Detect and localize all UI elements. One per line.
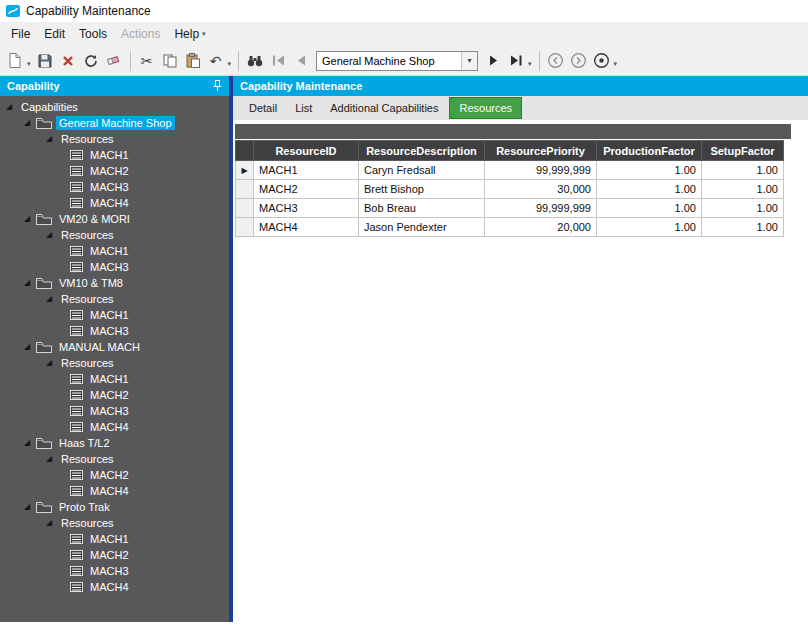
tree-node-resources[interactable]: ◢Resources (0, 515, 229, 531)
tree-node-machine[interactable]: MACH2 (0, 387, 229, 403)
grid-cell[interactable]: 1.00 (597, 180, 702, 199)
chevron-down-icon[interactable]: ▾ (614, 60, 618, 68)
menu-edit[interactable]: Edit (37, 24, 72, 44)
tab-detail[interactable]: Detail (242, 98, 284, 118)
tab-additional-capabilities[interactable]: Additional Capabilities (323, 98, 445, 118)
expander-icon[interactable]: ◢ (22, 279, 32, 287)
tree-node-machine[interactable]: MACH2 (0, 163, 229, 179)
grid-cell[interactable]: 30,000 (485, 180, 597, 199)
grid-cell[interactable]: 1.00 (702, 180, 784, 199)
chevron-down-icon[interactable]: ▾ (461, 52, 477, 70)
row-selector[interactable] (236, 180, 254, 199)
expander-icon[interactable]: ◢ (22, 439, 32, 447)
grid-cell[interactable]: 1.00 (597, 199, 702, 218)
tree-node-machine[interactable]: MACH3 (0, 403, 229, 419)
expander-icon[interactable]: ◢ (44, 135, 54, 143)
tree-node-machine[interactable]: MACH2 (0, 467, 229, 483)
back-button[interactable] (545, 49, 567, 73)
grid-cell[interactable]: MACH3 (254, 199, 359, 218)
grid-cell[interactable]: Jason Pendexter (359, 218, 485, 237)
next-record-button[interactable] (482, 49, 504, 73)
menu-help[interactable]: Help▾ (167, 24, 212, 44)
tree-node-machine[interactable]: MACH4 (0, 419, 229, 435)
tree-node-machine[interactable]: MACH3 (0, 563, 229, 579)
grid-cell[interactable]: Bob Breau (359, 199, 485, 218)
chevron-down-icon[interactable]: ▾ (228, 60, 232, 68)
tree-node-machine[interactable]: MACH1 (0, 307, 229, 323)
expander-icon[interactable]: ◢ (22, 215, 32, 223)
tree-node-machine[interactable]: MACH1 (0, 243, 229, 259)
grid-cell[interactable]: 1.00 (702, 199, 784, 218)
tree-node-machine[interactable]: MACH2 (0, 547, 229, 563)
table-row[interactable]: MACH3Bob Breau99,999,9991.001.00 (236, 199, 784, 218)
expander-icon[interactable]: ◢ (4, 103, 14, 111)
row-selector[interactable]: ▶ (236, 161, 254, 180)
tree-node-machine[interactable]: MACH4 (0, 195, 229, 211)
previous-record-button[interactable] (290, 49, 312, 73)
tree-node-machine[interactable]: MACH4 (0, 483, 229, 499)
window-layout-button[interactable] (591, 49, 613, 73)
save-button[interactable] (34, 49, 56, 73)
menu-file[interactable]: File (4, 24, 37, 44)
undo-button[interactable]: ↶ (205, 49, 227, 73)
expander-icon[interactable]: ◢ (44, 359, 54, 367)
grid-col-productionfactor[interactable]: ProductionFactor (597, 141, 702, 161)
paste-button[interactable] (182, 49, 204, 73)
grid-col-resourceid[interactable]: ResourceID (254, 141, 359, 161)
expander-icon[interactable]: ◢ (22, 503, 32, 511)
grid-cell[interactable]: Brett Bishop (359, 180, 485, 199)
clear-button[interactable] (103, 49, 125, 73)
tree-node-machine[interactable]: MACH3 (0, 323, 229, 339)
table-row[interactable]: ▶MACH1Caryn Fredsall99,999,9991.001.00 (236, 161, 784, 180)
expander-icon[interactable]: ◢ (44, 231, 54, 239)
tree-node-capability[interactable]: ◢VM20 & MORI (0, 211, 229, 227)
tree-node-machine[interactable]: MACH1 (0, 371, 229, 387)
table-row[interactable]: MACH2Brett Bishop30,0001.001.00 (236, 180, 784, 199)
pin-icon[interactable] (213, 80, 222, 92)
grid-cell[interactable]: Caryn Fredsall (359, 161, 485, 180)
tree-node-resources[interactable]: ◢Resources (0, 451, 229, 467)
tab-resources[interactable]: Resources (449, 97, 522, 119)
tree-node-capability[interactable]: ◢Haas T/L2 (0, 435, 229, 451)
forward-button[interactable] (568, 49, 590, 73)
expander-icon[interactable]: ◢ (22, 343, 32, 351)
grid-cell[interactable]: 99,999,999 (485, 199, 597, 218)
tree-node-machine[interactable]: MACH3 (0, 179, 229, 195)
tree-node-machine[interactable]: MACH3 (0, 259, 229, 275)
last-record-button[interactable] (505, 49, 527, 73)
chevron-down-icon[interactable]: ▾ (528, 60, 532, 68)
grid-cell[interactable]: MACH1 (254, 161, 359, 180)
grid-col-setupfactor[interactable]: SetupFactor (702, 141, 784, 161)
record-combobox[interactable]: General Machine Shop ▾ (316, 51, 478, 71)
tree-node-resources[interactable]: ◢Resources (0, 131, 229, 147)
tree-node-capability[interactable]: ◢MANUAL MACH (0, 339, 229, 355)
grid-cell[interactable]: 99,999,999 (485, 161, 597, 180)
copy-button[interactable] (159, 49, 181, 73)
grid-cell[interactable]: 1.00 (597, 218, 702, 237)
find-button[interactable] (244, 49, 266, 73)
tree-node-machine[interactable]: MACH1 (0, 531, 229, 547)
tree-node-machine[interactable]: MACH1 (0, 147, 229, 163)
cut-button[interactable]: ✂ (136, 49, 158, 73)
row-selector[interactable] (236, 199, 254, 218)
grid-cell[interactable]: 20,000 (485, 218, 597, 237)
tree-node-capability[interactable]: ◢General Machine Shop (0, 115, 229, 131)
grid-cell[interactable]: 1.00 (702, 161, 784, 180)
tree-node-resources[interactable]: ◢Resources (0, 355, 229, 371)
expander-icon[interactable]: ◢ (44, 519, 54, 527)
table-row[interactable]: MACH4Jason Pendexter20,0001.001.00 (236, 218, 784, 237)
tree-node-capability[interactable]: ◢VM10 & TM8 (0, 275, 229, 291)
grid-cell[interactable]: MACH4 (254, 218, 359, 237)
tree-node-capabilities-root[interactable]: ◢Capabilities (0, 99, 229, 115)
refresh-button[interactable] (80, 49, 102, 73)
tree-node-machine[interactable]: MACH4 (0, 579, 229, 595)
grid-cell[interactable]: 1.00 (702, 218, 784, 237)
first-record-button[interactable] (267, 49, 289, 73)
new-button[interactable] (4, 49, 26, 73)
tree-node-resources[interactable]: ◢Resources (0, 227, 229, 243)
grid-cell[interactable]: MACH2 (254, 180, 359, 199)
expander-icon[interactable]: ◢ (22, 119, 32, 127)
menu-tools[interactable]: Tools (72, 24, 114, 44)
grid-col-resourcepriority[interactable]: ResourcePriority (485, 141, 597, 161)
tree-node-resources[interactable]: ◢Resources (0, 291, 229, 307)
